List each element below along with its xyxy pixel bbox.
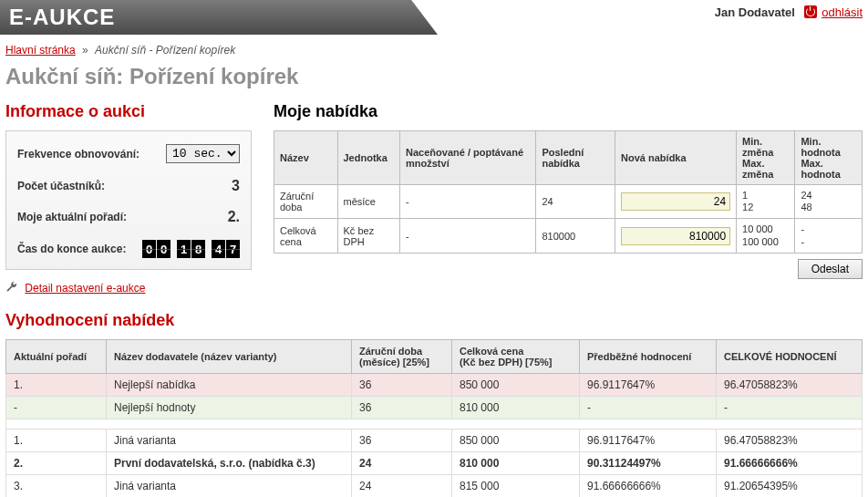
info-title: Informace o aukci [5,102,252,121]
eval-cell-warranty: 36 [352,374,452,397]
eval-cell-rank: - [6,397,107,419]
brand-wrap: E-AUKCE [0,0,438,35]
eval-cell-total: 96.47058823% [717,374,863,397]
eval-col-total: CELKOVÉ HODNOCENÍ [717,340,863,374]
eval-cell-supplier: Nejlepší hodnoty [107,397,352,419]
offer-cell-change: 112 [737,185,795,219]
eval-cell-rank: 1. [6,374,107,397]
top-bar: E-AUKCE Jan Dodavatel odhlásit [0,0,868,35]
offer-input[interactable] [621,227,730,245]
eval-row: 2.První dodavatelská, s.r.o. (nabídka č.… [6,452,863,475]
user-zone: Jan Dodavatel odhlásit [715,5,863,19]
eval-cell-total: - [717,397,863,419]
offer-cell-unit: měsíce [337,185,400,219]
detail-settings-link[interactable]: Detail nastavení e-aukce [25,282,145,295]
eval-cell-supplier: První dodavatelská, s.r.o. (nabídka č.3) [107,452,352,475]
eval-cell-price: 810 000 [452,397,580,419]
eval-cell-price: 815 000 [452,475,580,498]
eval-row: -Nejlepší hodnoty36810 000-- [6,397,863,419]
offer-cell-new [615,219,737,253]
offer-cell-value: -- [795,219,863,253]
breadcrumb: Hlavní stránka » Aukční síň - Pořízení k… [0,35,868,60]
info-panel: Frekvence obnovování: 10 sec. Počet účas… [5,130,252,270]
eval-cell-pre: 96.9117647% [580,430,717,452]
eval-col-warranty: Záruční doba(měsíce) [25%] [352,340,452,374]
participants-label: Počet účastníků: [17,180,105,192]
eval-cell-supplier: Nejlepší nabídka [107,374,352,397]
offer-cell-change: 10 000100 000 [737,219,795,253]
offer-cell-last: 24 [536,185,615,219]
page-title: Aukční síň: Pořízení kopírek [0,60,868,102]
power-icon [804,5,817,18]
col-unit: Jednotka [337,131,400,185]
wrench-icon [5,281,18,294]
col-qty: Naceňované / poptávané množství [400,131,536,185]
offer-row: Celková cenaKč bez DPH-81000010 000100 0… [274,219,863,253]
eval-cell-warranty: 24 [352,452,452,475]
offer-cell-unit: Kč bez DPH [337,219,400,253]
eval-table: Aktuální pořadí Název dodavatele (název … [5,339,863,497]
offer-row: Záruční dobaměsíce-241122448 [274,185,863,219]
offer-cell-new [615,185,737,219]
time-label: Čas do konce aukce: [17,243,126,255]
countdown: 00 18 47 [142,240,240,258]
detail-link-row: Detail nastavení e-aukce [5,281,252,295]
eval-cell-warranty: 24 [352,475,452,498]
col-new: Nová nabídka [615,131,737,185]
eval-cell-price: 810 000 [452,452,580,475]
col-value: Min. hodnotaMax. hodnota [795,131,863,185]
rank-label: Moje aktuální pořadí: [17,211,127,223]
eval-cell-total: 91.66666666% [717,452,863,475]
eval-col-rank: Aktuální pořadí [6,340,107,374]
eval-col-supplier: Název dodavatele (název varianty) [107,340,352,374]
participants-value: 3 [232,178,240,194]
eval-cell-pre: - [580,397,717,419]
breadcrumb-home[interactable]: Hlavní stránka [5,44,76,57]
offer-table: Název Jednotka Naceňované / poptávané mn… [274,130,863,254]
brand: E-AUKCE [9,5,115,30]
refresh-select[interactable]: 10 sec. [166,144,240,163]
eval-cell-total: 96.47058823% [717,430,863,452]
offer-title: Moje nabídka [274,102,863,121]
col-name: Název [274,131,338,185]
eval-title: Vyhodnocení nabídek [5,311,863,330]
eval-cell-price: 850 000 [452,374,580,397]
eval-cell-price: 850 000 [452,430,580,452]
offer-cell-qty: - [400,185,536,219]
col-last: Poslední nabídka [536,131,615,185]
offer-cell-last: 810000 [536,219,615,253]
eval-cell-rank: 2. [6,452,107,475]
eval-cell-pre: 90.31124497% [580,452,717,475]
breadcrumb-tail: Aukční síň - Pořízení kopírek [95,44,235,57]
submit-button[interactable]: Odeslat [798,259,863,279]
eval-row: 3.Jiná varianta24815 00091.66666666%91.2… [6,475,863,498]
rank-value: 2. [228,209,240,225]
offer-cell-name: Celková cena [274,219,338,253]
offer-cell-qty: - [400,219,536,253]
eval-col-pre: Předběžné hodnocení [580,340,717,374]
logout-link[interactable]: odhlásit [822,5,863,19]
eval-row: 1.Jiná varianta36850 00096.9117647%96.47… [6,430,863,452]
eval-cell-pre: 96.9117647% [580,374,717,397]
eval-cell-total: 91.20654395% [717,475,863,498]
eval-row: 1.Nejlepší nabídka36850 00096.9117647%96… [6,374,863,397]
offer-cell-name: Záruční doba [274,185,338,219]
user-name: Jan Dodavatel [715,5,795,19]
refresh-label: Frekvence obnovování: [17,148,140,160]
col-change: Min. změnaMax. změna [737,131,795,185]
eval-cell-pre: 91.66666666% [580,475,717,498]
eval-cell-rank: 3. [6,475,107,498]
eval-cell-supplier: Jiná varianta [107,430,352,452]
eval-cell-warranty: 36 [352,397,452,419]
offer-cell-value: 2448 [795,185,863,219]
breadcrumb-sep: » [82,44,88,57]
eval-cell-supplier: Jiná varianta [107,475,352,498]
eval-cell-warranty: 36 [352,430,452,452]
eval-col-price: Celková cena(Kč bez DPH) [75%] [452,340,580,374]
offer-input[interactable] [621,192,730,211]
eval-cell-rank: 1. [6,430,107,452]
